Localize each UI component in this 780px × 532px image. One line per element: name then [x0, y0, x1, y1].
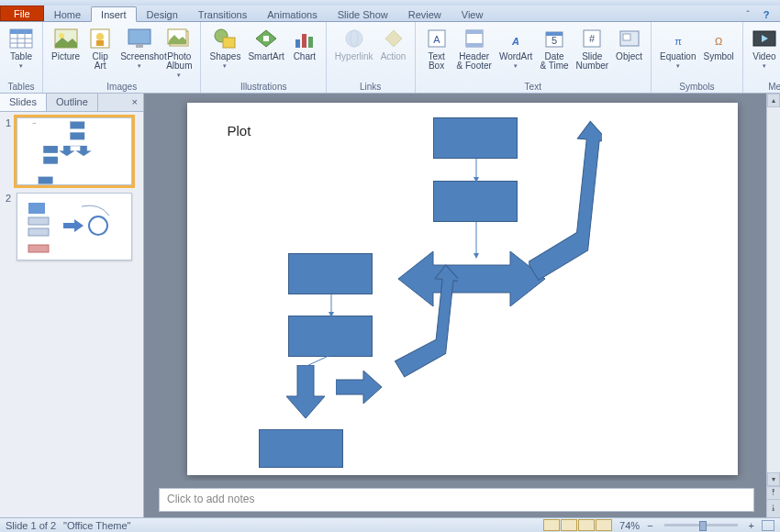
slidenumber-icon: # [579, 26, 605, 51]
view-buttons [543, 519, 612, 531]
table-btn[interactable]: Table▾ [6, 24, 37, 72]
svg-text:A: A [511, 36, 519, 47]
shape-connector[interactable] [301, 356, 356, 369]
video-icon [752, 26, 777, 51]
zoom-value[interactable]: 74% [619, 520, 640, 531]
screenshot-btn[interactable]: Screenshot▾ [117, 24, 162, 72]
ribbon-tabs: File Home Insert Design Transitions Anim… [0, 6, 780, 22]
zoom-slider[interactable] [664, 524, 738, 526]
panel-tab-slides[interactable]: Slides [0, 94, 47, 111]
shape-right-arrow[interactable] [336, 371, 382, 404]
chart-btn[interactable]: Chart [289, 24, 320, 63]
svg-rect-34 [623, 34, 630, 40]
svg-rect-43 [39, 177, 52, 184]
object-btn[interactable]: Object [613, 24, 645, 63]
svg-rect-41 [43, 146, 57, 153]
zoom-in-icon[interactable]: + [749, 520, 754, 531]
minimize-ribbon-icon[interactable]: ˆ [741, 8, 754, 21]
slide-canvas[interactable]: Plot [187, 103, 738, 475]
svg-text:Ω: Ω [715, 36, 722, 47]
prev-slide-icon[interactable]: ⭱ [767, 486, 780, 499]
clipart-btn[interactable]: Clip Art [84, 24, 116, 72]
status-slide: Slide 1 of 2 [6, 520, 56, 531]
reading-view-btn[interactable] [578, 519, 595, 531]
equation-btn[interactable]: πEquation▾ [657, 24, 698, 72]
tab-animations[interactable]: Animations [257, 6, 327, 21]
ribbon: Table▾ Tables Picture Clip Art Screensho… [0, 22, 780, 94]
shape-connector[interactable] [474, 159, 479, 183]
sorter-view-btn[interactable] [561, 519, 577, 531]
headerfooter-icon [462, 26, 487, 51]
shape-rect[interactable] [288, 253, 373, 294]
svg-rect-25 [466, 30, 483, 34]
svg-rect-11 [128, 29, 150, 44]
slideshow-view-btn[interactable] [596, 519, 612, 531]
slide-thumb-1[interactable]: Plot [17, 117, 132, 185]
headerfooter-btn[interactable]: Header & Footer [454, 24, 495, 72]
tab-file[interactable]: File [0, 6, 44, 21]
shape-connector[interactable] [474, 222, 479, 259]
tab-view[interactable]: View [451, 6, 494, 21]
editor-area: Plot [144, 94, 780, 517]
svg-rect-44 [28, 203, 45, 214]
object-icon [617, 26, 642, 51]
status-theme: "Office Theme" [63, 520, 130, 531]
group-media: Video▾ Audio▾ Media [743, 22, 780, 93]
slide-panel: Slides Outline × 1 Plot 2 [0, 94, 144, 517]
scroll-up-icon[interactable]: ▴ [767, 94, 780, 107]
hyperlink-icon [341, 26, 367, 51]
shape-bent-arrow[interactable] [394, 263, 458, 382]
shape-down-arrow[interactable] [286, 365, 325, 418]
status-bar: Slide 1 of 2 "Office Theme" 74% − + [0, 517, 780, 532]
scroll-down-icon[interactable]: ▾ [767, 472, 780, 486]
tab-insert[interactable]: Insert [91, 6, 137, 22]
video-btn[interactable]: Video▾ [749, 24, 780, 72]
svg-rect-40 [71, 132, 84, 139]
shapes-btn[interactable]: Shapes▾ [206, 24, 243, 72]
clipart-icon [87, 26, 113, 51]
slide-thumb-2[interactable] [17, 193, 132, 260]
svg-point-20 [346, 30, 362, 47]
tab-design[interactable]: Design [137, 6, 188, 21]
group-symbols: πEquation▾ ΩSymbol Symbols [652, 22, 743, 93]
svg-line-52 [305, 356, 329, 367]
tab-home[interactable]: Home [44, 6, 91, 21]
svg-rect-17 [295, 39, 300, 48]
svg-point-9 [96, 33, 104, 40]
panel-tab-outline[interactable]: Outline [47, 94, 98, 111]
shape-rect[interactable] [259, 429, 343, 468]
smartart-btn[interactable]: SmartArt [245, 24, 286, 63]
help-icon[interactable]: ? [760, 8, 773, 21]
wordart-btn[interactable]: AWordArt▾ [496, 24, 536, 72]
shape-connector[interactable] [329, 294, 334, 317]
panel-close-icon[interactable]: × [127, 94, 143, 111]
svg-rect-45 [28, 217, 49, 225]
shape-rect[interactable] [433, 117, 518, 159]
normal-view-btn[interactable] [543, 519, 560, 531]
symbol-btn[interactable]: ΩSymbol [701, 24, 737, 63]
next-slide-icon[interactable]: ⭳ [767, 499, 780, 517]
slide-title[interactable]: Plot [228, 123, 251, 139]
shape-rect[interactable] [433, 181, 518, 222]
table-icon [8, 26, 34, 51]
vertical-scrollbar[interactable]: ▴ ▾ ⭱ ⭳ [766, 94, 780, 517]
tab-transitions[interactable]: Transitions [188, 6, 257, 21]
svg-rect-42 [43, 157, 57, 164]
slidenumber-btn[interactable]: #Slide Number [574, 24, 612, 72]
picture-btn[interactable]: Picture [49, 24, 83, 63]
zoom-out-icon[interactable]: − [647, 520, 652, 531]
svg-text:A: A [433, 34, 440, 45]
svg-rect-18 [302, 34, 306, 48]
shape-bent-arrow[interactable] [529, 119, 602, 284]
notes-pane[interactable]: Click to add notes [159, 488, 754, 512]
textbox-btn[interactable]: AText Box [421, 24, 452, 72]
textbox-icon: A [424, 26, 450, 51]
tab-review[interactable]: Review [398, 6, 451, 21]
shape-rect[interactable] [288, 316, 373, 357]
datetime-btn[interactable]: 5Date & Time [537, 24, 571, 72]
fit-window-icon[interactable] [762, 520, 774, 531]
shapes-icon [212, 26, 238, 51]
group-images: Picture Clip Art Screenshot▾ Photo Album… [43, 22, 201, 93]
photoalbum-btn[interactable]: Photo Album▾ [163, 24, 195, 81]
tab-slideshow[interactable]: Slide Show [328, 6, 398, 21]
